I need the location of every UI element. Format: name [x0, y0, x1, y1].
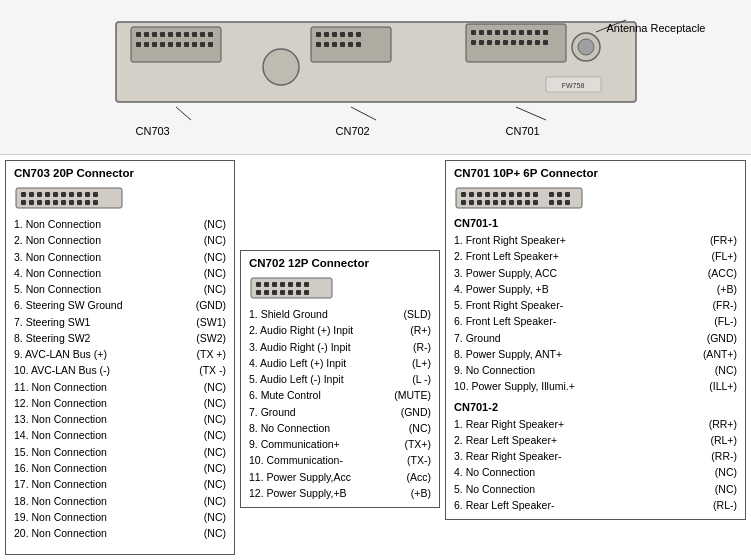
- list-item: 8. No Connection(NC): [249, 420, 431, 436]
- list-item: 4. Non Connection(NC): [14, 265, 226, 281]
- svg-rect-77: [29, 200, 34, 205]
- pin-name: 8. Power Supply, ANT+: [454, 346, 682, 362]
- svg-rect-105: [485, 192, 490, 197]
- pin-code: (TX-): [376, 452, 431, 468]
- svg-rect-88: [264, 282, 269, 287]
- svg-rect-14: [152, 42, 157, 47]
- pin-name: 11. Power Supply,Acc: [249, 469, 376, 485]
- pin-code: (RR-): [682, 448, 737, 464]
- pin-name: 12. Non Connection: [14, 395, 171, 411]
- svg-rect-119: [517, 200, 522, 205]
- svg-rect-76: [21, 200, 26, 205]
- pin-name: 9. No Connection: [454, 362, 682, 378]
- svg-rect-121: [533, 200, 538, 205]
- list-item: 2. Audio Right (+) Inpit(R+): [249, 322, 431, 338]
- pin-name: 7. Ground: [249, 404, 376, 420]
- svg-rect-67: [29, 192, 34, 197]
- list-item: 13. Non Connection(NC): [14, 411, 226, 427]
- svg-rect-113: [469, 200, 474, 205]
- svg-rect-102: [461, 192, 466, 197]
- svg-rect-47: [471, 40, 476, 45]
- pin-name: 9. Communication+: [249, 436, 376, 452]
- list-item: 5. Front Right Speaker-(FR-): [454, 297, 737, 313]
- pin-name: 10. Power Supply, Illumi.+: [454, 378, 682, 394]
- pin-code: (NC): [171, 493, 226, 509]
- list-item: 7. Steering SW1(SW1): [14, 314, 226, 330]
- cn701-title: CN701 10P+ 6P Connector: [454, 167, 737, 179]
- svg-rect-93: [304, 282, 309, 287]
- svg-rect-55: [535, 40, 540, 45]
- pin-name: 8. Steering SW2: [14, 330, 171, 346]
- cn701-section2-pin-list: 1. Rear Right Speaker+(RR+)2. Rear Left …: [454, 416, 737, 514]
- list-item: 8. Steering SW2(SW2): [14, 330, 226, 346]
- pin-name: 12. Power Supply,+B: [249, 485, 376, 501]
- svg-rect-39: [487, 30, 492, 35]
- pin-name: 5. Front Right Speaker-: [454, 297, 682, 313]
- svg-rect-99: [296, 290, 301, 295]
- svg-rect-3: [144, 32, 149, 37]
- pin-code: (FL-): [682, 313, 737, 329]
- svg-rect-8: [184, 32, 189, 37]
- pin-code: (NC): [171, 379, 226, 395]
- pin-code: (NC): [171, 216, 226, 232]
- svg-rect-70: [53, 192, 58, 197]
- svg-rect-4: [152, 32, 157, 37]
- pin-code: (SW2): [171, 330, 226, 346]
- pin-name: 18. Non Connection: [14, 493, 171, 509]
- pin-code: (GND): [376, 404, 431, 420]
- svg-rect-124: [565, 192, 570, 197]
- svg-rect-100: [304, 290, 309, 295]
- pin-code: (TX -): [171, 362, 226, 378]
- svg-rect-107: [501, 192, 506, 197]
- svg-rect-72: [69, 192, 74, 197]
- pin-code: (FR+): [682, 232, 737, 248]
- list-item: 14. Non Connection(NC): [14, 427, 226, 443]
- pin-name: 5. Non Connection: [14, 281, 171, 297]
- list-item: 18. Non Connection(NC): [14, 493, 226, 509]
- pin-name: 7. Ground: [454, 330, 682, 346]
- svg-rect-98: [288, 290, 293, 295]
- pin-name: 10. Communication-: [249, 452, 376, 468]
- pin-code: (MUTE): [376, 387, 431, 403]
- svg-rect-10: [200, 32, 205, 37]
- list-item: 9. Communication+(TX+): [249, 436, 431, 452]
- pin-name: 19. Non Connection: [14, 509, 171, 525]
- cn701-connector-img: [454, 184, 584, 212]
- cn702-connector-img: [249, 274, 334, 302]
- pin-name: 15. Non Connection: [14, 444, 171, 460]
- svg-rect-53: [519, 40, 524, 45]
- connector-diagram-section: FW758 CN703 CN702 CN701 Antenna Receptac…: [0, 0, 751, 155]
- pin-code: (ACC): [682, 265, 737, 281]
- svg-rect-97: [280, 290, 285, 295]
- pin-code: (TX+): [376, 436, 431, 452]
- list-item: 9. AVC-LAN Bus (+)(TX +): [14, 346, 226, 362]
- svg-rect-110: [525, 192, 530, 197]
- list-item: 10. AVC-LAN Bus (-)(TX -): [14, 362, 226, 378]
- pin-name: 9. AVC-LAN Bus (+): [14, 346, 171, 362]
- pin-code: (GND): [682, 330, 737, 346]
- list-item: 10. Power Supply, Illumi.+(ILL+): [454, 378, 737, 394]
- list-item: 11. Non Connection(NC): [14, 379, 226, 395]
- svg-rect-5: [160, 32, 165, 37]
- list-item: 17. Non Connection(NC): [14, 476, 226, 492]
- svg-rect-80: [53, 200, 58, 205]
- pin-code: (RL+): [682, 432, 737, 448]
- pin-code: (NC): [171, 509, 226, 525]
- list-item: 5. Non Connection(NC): [14, 281, 226, 297]
- cn701-section2-title: CN701-2: [454, 401, 737, 413]
- list-item: 4. Power Supply, +B(+B): [454, 281, 737, 297]
- svg-rect-44: [527, 30, 532, 35]
- svg-rect-106: [493, 192, 498, 197]
- list-item: 5. No Connection(NC): [454, 481, 737, 497]
- svg-rect-108: [509, 192, 514, 197]
- svg-rect-38: [479, 30, 484, 35]
- svg-rect-118: [509, 200, 514, 205]
- list-item: 10. Communication-(TX-): [249, 452, 431, 468]
- pin-name: 7. Steering SW1: [14, 314, 171, 330]
- list-item: 3. Audio Right (-) Inpit(R-): [249, 339, 431, 355]
- pin-name: 5. Audio Left (-) Inpit: [249, 371, 376, 387]
- label-antenna: Antenna Receptacle: [606, 22, 705, 34]
- pin-code: (ILL+): [682, 378, 737, 394]
- pin-code: (NC): [682, 481, 737, 497]
- svg-rect-50: [495, 40, 500, 45]
